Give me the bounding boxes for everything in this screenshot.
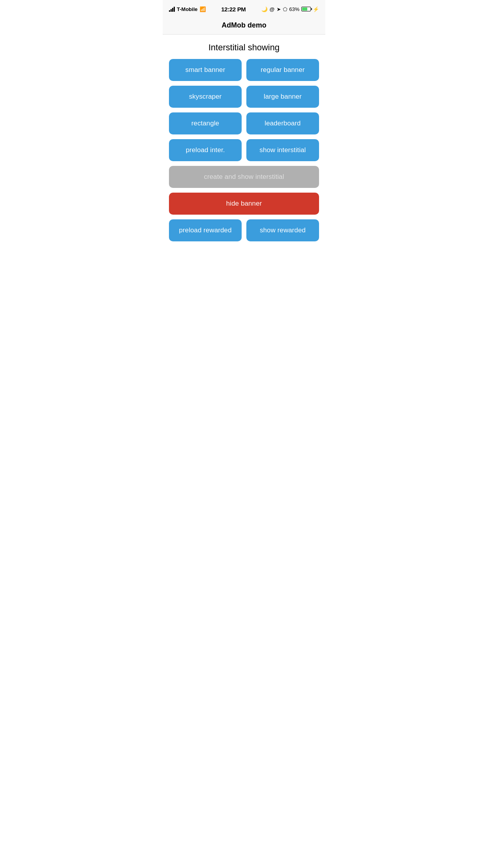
regular-banner-button[interactable]: regular banner [246, 59, 319, 81]
wifi-icon: 📶 [200, 6, 206, 12]
battery-fill [302, 7, 307, 11]
battery-percent-label: 63% [289, 6, 299, 12]
signal-bar-3 [172, 8, 173, 12]
at-icon: @ [270, 6, 275, 12]
signal-bar-2 [171, 9, 172, 12]
status-bar: T-Mobile 📶 12:22 PM 🌙 @ ➤ ⬠ 63% ⚡ [163, 0, 325, 17]
create-and-show-interstitial-button[interactable]: create and show interstitial [169, 166, 319, 188]
signal-bars-icon [169, 6, 175, 12]
signal-bar-1 [169, 10, 170, 12]
battery-container [301, 7, 311, 11]
carrier-label: T-Mobile [177, 6, 198, 12]
nav-title: AdMob demo [222, 21, 266, 29]
charging-icon: ⚡ [313, 6, 319, 12]
large-banner-button[interactable]: large banner [246, 86, 319, 108]
button-row-6: preload rewarded show rewarded [169, 219, 319, 241]
hide-banner-button[interactable]: hide banner [169, 193, 319, 215]
preload-rewarded-button[interactable]: preload rewarded [169, 219, 242, 241]
leaderboard-button[interactable]: leaderboard [246, 112, 319, 134]
location-icon: ➤ [277, 6, 281, 12]
button-row-3: rectangle leaderboard [169, 112, 319, 134]
button-row-1: smart banner regular banner [169, 59, 319, 81]
main-content: Interstitial showing smart banner regula… [163, 35, 325, 241]
bluetooth-icon: ⬠ [283, 6, 287, 12]
nav-bar: AdMob demo [163, 17, 325, 35]
status-right: 🌙 @ ➤ ⬠ 63% ⚡ [261, 6, 319, 12]
status-time: 12:22 PM [221, 6, 246, 13]
smart-banner-button[interactable]: smart banner [169, 59, 242, 81]
button-row-4: preload inter. show interstitial [169, 139, 319, 161]
battery-icon [301, 7, 311, 11]
section-header: Interstitial showing [169, 35, 319, 59]
show-rewarded-button[interactable]: show rewarded [246, 219, 319, 241]
show-interstitial-button[interactable]: show interstitial [246, 139, 319, 161]
moon-icon: 🌙 [261, 6, 268, 12]
skyscraper-button[interactable]: skyscraper [169, 86, 242, 108]
status-left: T-Mobile 📶 [169, 6, 206, 12]
signal-bar-4 [174, 7, 175, 12]
button-row-2: skyscraper large banner [169, 86, 319, 108]
rectangle-button[interactable]: rectangle [169, 112, 242, 134]
preload-interstitial-button[interactable]: preload inter. [169, 139, 242, 161]
